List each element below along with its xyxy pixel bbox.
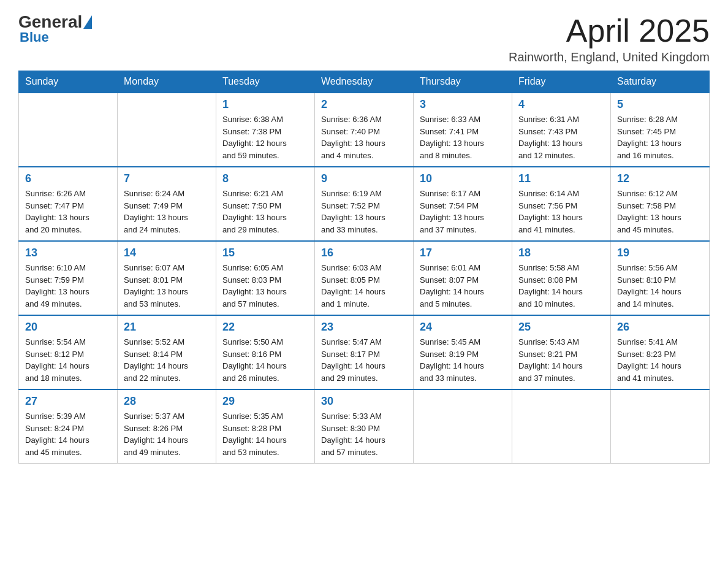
calendar-cell: 23Sunrise: 5:47 AMSunset: 8:17 PMDayligh…: [315, 315, 414, 389]
day-number: 10: [420, 172, 506, 185]
calendar-header-row: SundayMondayTuesdayWednesdayThursdayFrid…: [19, 71, 710, 93]
calendar-cell: 10Sunrise: 6:17 AMSunset: 7:54 PMDayligh…: [414, 167, 512, 241]
col-header-tuesday: Tuesday: [216, 71, 315, 93]
day-number: 6: [25, 172, 111, 185]
calendar-cell: 19Sunrise: 5:56 AMSunset: 8:10 PMDayligh…: [611, 241, 710, 315]
day-info: Sunrise: 6:03 AMSunset: 8:05 PMDaylight:…: [321, 262, 407, 310]
day-number: 13: [25, 247, 111, 259]
day-number: 26: [617, 321, 703, 334]
day-info: Sunrise: 5:35 AMSunset: 8:28 PMDaylight:…: [222, 410, 308, 458]
day-number: 23: [321, 321, 407, 334]
calendar-cell: 26Sunrise: 5:41 AMSunset: 8:23 PMDayligh…: [611, 315, 710, 389]
day-info: Sunrise: 6:24 AMSunset: 7:49 PMDaylight:…: [124, 188, 210, 236]
calendar-cell: 21Sunrise: 5:52 AMSunset: 8:14 PMDayligh…: [118, 315, 216, 389]
day-number: 8: [222, 172, 308, 185]
day-info: Sunrise: 6:33 AMSunset: 7:41 PMDaylight:…: [420, 113, 506, 161]
day-info: Sunrise: 5:47 AMSunset: 8:17 PMDaylight:…: [321, 336, 407, 384]
day-info: Sunrise: 6:01 AMSunset: 8:07 PMDaylight:…: [420, 262, 506, 310]
day-info: Sunrise: 5:45 AMSunset: 8:19 PMDaylight:…: [420, 336, 506, 384]
day-info: Sunrise: 5:58 AMSunset: 8:08 PMDaylight:…: [518, 262, 604, 310]
title-section: April 2025 Rainworth, England, United Ki…: [509, 12, 710, 64]
calendar-cell: 12Sunrise: 6:12 AMSunset: 7:58 PMDayligh…: [611, 167, 710, 241]
day-number: 5: [617, 98, 703, 111]
week-row-5: 27Sunrise: 5:39 AMSunset: 8:24 PMDayligh…: [19, 389, 710, 464]
col-header-monday: Monday: [118, 71, 216, 93]
day-number: 25: [518, 321, 604, 334]
day-info: Sunrise: 5:54 AMSunset: 8:12 PMDaylight:…: [25, 336, 111, 384]
day-number: 3: [420, 98, 506, 111]
calendar-cell: 14Sunrise: 6:07 AMSunset: 8:01 PMDayligh…: [118, 241, 216, 315]
location-text: Rainworth, England, United Kingdom: [509, 50, 710, 64]
calendar-cell: 8Sunrise: 6:21 AMSunset: 7:50 PMDaylight…: [216, 167, 315, 241]
day-number: 4: [518, 98, 604, 111]
day-info: Sunrise: 6:07 AMSunset: 8:01 PMDaylight:…: [124, 262, 210, 310]
day-number: 28: [124, 395, 210, 408]
day-number: 17: [420, 247, 506, 259]
calendar-cell: 4Sunrise: 6:31 AMSunset: 7:43 PMDaylight…: [512, 93, 611, 167]
day-number: 24: [420, 321, 506, 334]
col-header-saturday: Saturday: [611, 71, 710, 93]
day-number: 1: [222, 98, 308, 111]
page-header: General Blue April 2025 Rainworth, Engla…: [18, 12, 710, 64]
calendar-cell: 27Sunrise: 5:39 AMSunset: 8:24 PMDayligh…: [19, 389, 118, 464]
calendar-cell: 18Sunrise: 5:58 AMSunset: 8:08 PMDayligh…: [512, 241, 611, 315]
day-info: Sunrise: 6:19 AMSunset: 7:52 PMDaylight:…: [321, 188, 407, 236]
day-number: 2: [321, 98, 407, 111]
day-info: Sunrise: 6:14 AMSunset: 7:56 PMDaylight:…: [518, 188, 604, 236]
day-number: 12: [617, 172, 703, 185]
day-info: Sunrise: 6:26 AMSunset: 7:47 PMDaylight:…: [25, 188, 111, 236]
calendar-cell: 20Sunrise: 5:54 AMSunset: 8:12 PMDayligh…: [19, 315, 118, 389]
day-info: Sunrise: 5:52 AMSunset: 8:14 PMDaylight:…: [124, 336, 210, 384]
week-row-4: 20Sunrise: 5:54 AMSunset: 8:12 PMDayligh…: [19, 315, 710, 389]
day-info: Sunrise: 5:56 AMSunset: 8:10 PMDaylight:…: [617, 262, 703, 310]
calendar-cell: 30Sunrise: 5:33 AMSunset: 8:30 PMDayligh…: [315, 389, 414, 464]
day-info: Sunrise: 6:28 AMSunset: 7:45 PMDaylight:…: [617, 113, 703, 161]
calendar-cell: 6Sunrise: 6:26 AMSunset: 7:47 PMDaylight…: [19, 167, 118, 241]
calendar-cell: 7Sunrise: 6:24 AMSunset: 7:49 PMDaylight…: [118, 167, 216, 241]
col-header-sunday: Sunday: [19, 71, 118, 93]
day-number: 20: [25, 321, 111, 334]
week-row-2: 6Sunrise: 6:26 AMSunset: 7:47 PMDaylight…: [19, 167, 710, 241]
calendar-cell: [19, 93, 118, 167]
day-number: 29: [222, 395, 308, 408]
col-header-wednesday: Wednesday: [315, 71, 414, 93]
calendar-cell: 15Sunrise: 6:05 AMSunset: 8:03 PMDayligh…: [216, 241, 315, 315]
day-number: 11: [518, 172, 604, 185]
calendar-cell: [414, 389, 512, 464]
calendar-cell: 1Sunrise: 6:38 AMSunset: 7:38 PMDaylight…: [216, 93, 315, 167]
day-info: Sunrise: 6:38 AMSunset: 7:38 PMDaylight:…: [222, 113, 308, 161]
day-number: 22: [222, 321, 308, 334]
calendar-cell: [611, 389, 710, 464]
day-number: 19: [617, 247, 703, 259]
day-info: Sunrise: 6:31 AMSunset: 7:43 PMDaylight:…: [518, 113, 604, 161]
day-info: Sunrise: 5:43 AMSunset: 8:21 PMDaylight:…: [518, 336, 604, 384]
month-title: April 2025: [509, 12, 710, 49]
day-info: Sunrise: 6:21 AMSunset: 7:50 PMDaylight:…: [222, 188, 308, 236]
day-number: 15: [222, 247, 308, 259]
calendar-cell: 5Sunrise: 6:28 AMSunset: 7:45 PMDaylight…: [611, 93, 710, 167]
logo-blue-text: Blue: [20, 29, 49, 45]
day-info: Sunrise: 5:50 AMSunset: 8:16 PMDaylight:…: [222, 336, 308, 384]
week-row-3: 13Sunrise: 6:10 AMSunset: 7:59 PMDayligh…: [19, 241, 710, 315]
calendar-cell: 29Sunrise: 5:35 AMSunset: 8:28 PMDayligh…: [216, 389, 315, 464]
day-info: Sunrise: 5:37 AMSunset: 8:26 PMDaylight:…: [124, 410, 210, 458]
calendar-cell: 24Sunrise: 5:45 AMSunset: 8:19 PMDayligh…: [414, 315, 512, 389]
day-number: 30: [321, 395, 407, 408]
day-number: 7: [124, 172, 210, 185]
calendar-cell: 16Sunrise: 6:03 AMSunset: 8:05 PMDayligh…: [315, 241, 414, 315]
day-info: Sunrise: 6:36 AMSunset: 7:40 PMDaylight:…: [321, 113, 407, 161]
calendar-cell: 9Sunrise: 6:19 AMSunset: 7:52 PMDaylight…: [315, 167, 414, 241]
calendar-cell: 28Sunrise: 5:37 AMSunset: 8:26 PMDayligh…: [118, 389, 216, 464]
day-info: Sunrise: 5:41 AMSunset: 8:23 PMDaylight:…: [617, 336, 703, 384]
calendar-cell: 25Sunrise: 5:43 AMSunset: 8:21 PMDayligh…: [512, 315, 611, 389]
day-info: Sunrise: 5:39 AMSunset: 8:24 PMDaylight:…: [25, 410, 111, 458]
calendar-cell: [512, 389, 611, 464]
day-info: Sunrise: 6:12 AMSunset: 7:58 PMDaylight:…: [617, 188, 703, 236]
calendar-cell: 3Sunrise: 6:33 AMSunset: 7:41 PMDaylight…: [414, 93, 512, 167]
col-header-thursday: Thursday: [414, 71, 512, 93]
day-number: 27: [25, 395, 111, 408]
day-info: Sunrise: 6:05 AMSunset: 8:03 PMDaylight:…: [222, 262, 308, 310]
logo: General Blue: [18, 12, 92, 45]
col-header-friday: Friday: [512, 71, 611, 93]
week-row-1: 1Sunrise: 6:38 AMSunset: 7:38 PMDaylight…: [19, 93, 710, 167]
